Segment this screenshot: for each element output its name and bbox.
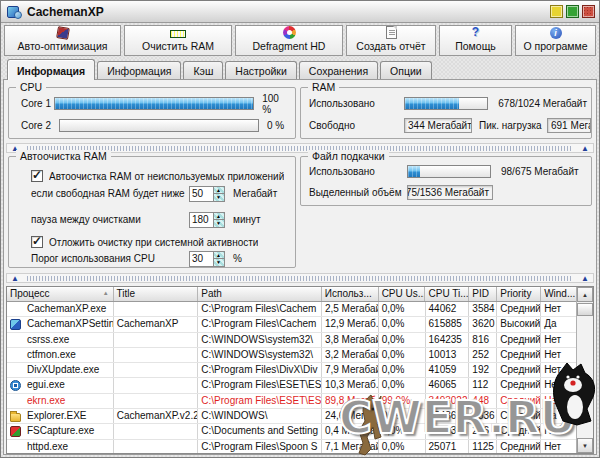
auto-optimize-label: Авто-оптимизация [18, 40, 108, 52]
tab-information-1[interactable]: Информация [7, 59, 95, 80]
cpu-core2-label: Core 2 [21, 120, 59, 131]
cell-process: CachemanXPSettings. [7, 317, 114, 331]
cell-wind: Нет [541, 363, 576, 377]
cell-time: 44062 [426, 302, 470, 316]
maximize-button[interactable] [566, 5, 579, 18]
cell-title [114, 378, 199, 392]
pause-between-cleanups-unit: минут [233, 214, 261, 225]
collapse-arrow-icon[interactable]: ▲ [11, 274, 19, 283]
header-cpu-usage[interactable]: CPU Us... [379, 287, 426, 301]
cell-pid: 3584 [469, 302, 497, 316]
create-report-button[interactable]: Создать отчёт [346, 25, 436, 56]
header-process[interactable]: Процесс▲ [7, 287, 114, 301]
cell-path: C:\Documents and Setting [198, 424, 322, 438]
cpu-core2-value: 0 % [267, 120, 284, 131]
scroll-up-icon[interactable]: ▲ [577, 287, 593, 302]
cell-process: ekrn.exe [7, 394, 114, 408]
cpu-usage-threshold-spinner[interactable]: 30 [189, 251, 225, 267]
header-priority[interactable]: Priority [497, 287, 541, 301]
help-question-icon: ? [472, 25, 479, 39]
cell-process: Explorer.EXE [7, 409, 114, 423]
table-row[interactable]: DivXUpdate.exeC:\Program Files\DivX\Div7… [7, 363, 576, 378]
tab-saves[interactable]: Сохранения [299, 61, 378, 80]
cell-time: 41059 [426, 363, 470, 377]
content-panel: CPU Core 1 100 % Core 2 0 % RAM Использо… [3, 79, 597, 455]
spinner-down-icon[interactable] [214, 258, 224, 266]
tab-information-2[interactable]: Информация [97, 61, 181, 80]
table-row[interactable]: FSCapture.exeC:\Documents and Setting0,4… [7, 424, 576, 439]
header-window[interactable]: Wind... [541, 287, 576, 301]
cpu-groupbox: CPU Core 1 100 % Core 2 0 % [8, 87, 296, 139]
header-title[interactable]: Title [114, 287, 199, 301]
table-row[interactable]: httpd.exeC:\Program Files\Spoon S7,1 Мег… [7, 440, 576, 453]
collapse-arrow-icon[interactable]: ▲ [581, 274, 589, 283]
ram-free-field: 344 Мегабайт [404, 118, 472, 133]
about-button[interactable]: i О программе [515, 25, 596, 56]
cell-wind: Нет [541, 394, 576, 408]
cpu-core2-progressbar [59, 119, 259, 132]
cell-cpu: 0,0% [379, 348, 426, 362]
spinner-down-icon[interactable] [214, 193, 224, 201]
autoclean-checkbox-label: Автоочистка RAM от неиспользуемых прилож… [49, 171, 284, 182]
pagefile-groupbox: Файл подкачки Использовано 98/675 Мегаба… [300, 156, 592, 206]
cell-path: C:\Program Files\ESET\ES [198, 378, 322, 392]
free-ram-threshold-unit: Мегабайт [233, 188, 277, 199]
spinner-down-icon[interactable] [214, 219, 224, 227]
scrollbar-thumb[interactable] [577, 303, 593, 316]
table-row[interactable]: ctfmon.exeC:\WINDOWS\system32\3,2 Мегаба… [7, 348, 576, 363]
app-icon [7, 5, 22, 19]
tab-cache[interactable]: Кэш [183, 61, 223, 80]
close-button[interactable] [582, 5, 595, 18]
cell-title [114, 333, 199, 347]
ram-free-label: Свободно [309, 120, 404, 131]
table-scrollbar[interactable]: ▲ ▼ [576, 287, 593, 453]
cell-time: 10013 [426, 348, 470, 362]
table-row[interactable]: ekrn.exeC:\Program Files\ESET\ES89,8 Мег… [7, 394, 576, 409]
cpu-usage-threshold-unit: % [233, 253, 242, 264]
defragment-icon [283, 26, 296, 39]
header-pid[interactable]: PID [469, 287, 497, 301]
collapse-arrow-icon[interactable]: ▲ [581, 144, 589, 153]
cell-cpu: 0,0% [379, 363, 426, 377]
ram-used-fill [405, 98, 459, 109]
cpu-core1-progressbar [54, 97, 254, 110]
header-cpu-time[interactable]: CPU Ti... [425, 287, 469, 301]
cell-title [114, 363, 199, 377]
auto-optimize-button[interactable]: Авто-оптимизация [4, 25, 121, 56]
cell-wind: Нет [541, 424, 576, 438]
minimize-button[interactable] [550, 5, 563, 18]
cell-time: 31703 [426, 424, 470, 438]
horizontal-splitter-bottom[interactable]: ▲ ▲ [6, 273, 594, 283]
tab-options[interactable]: Опции [380, 61, 432, 80]
clear-ram-button[interactable]: Очистить RAM [124, 25, 232, 56]
autoclean-checkbox[interactable] [31, 170, 43, 182]
pagefile-legend: Файл подкачки [308, 150, 389, 162]
cell-path: C:\WINDOWS\system32\ [198, 348, 322, 362]
table-row[interactable]: CachemanXPSettings.CachemanXPC:\Program … [7, 317, 576, 332]
cell-process: ctfmon.exe [7, 348, 114, 362]
defragment-hd-button[interactable]: Defragment HD [235, 25, 343, 56]
cell-path: C:\Program Files\ESET\ES [198, 394, 322, 408]
header-path[interactable]: Path [198, 287, 322, 301]
pause-between-cleanups-spinner[interactable]: 180 [189, 212, 225, 228]
table-row[interactable]: CachemanXP.exeC:\Program Files\Cachem2,5… [7, 302, 576, 317]
ram-peak-field: 691 Мегабайт [547, 118, 591, 133]
header-memory[interactable]: Использ... [322, 287, 379, 301]
tab-settings[interactable]: Настройки [225, 61, 297, 80]
free-ram-threshold-spinner[interactable]: 50 [189, 186, 225, 202]
cell-pid: 1125 [469, 440, 497, 453]
cell-time: 254365 [426, 409, 470, 423]
process-table-header: Процесс▲ Title Path Использ... CPU Us...… [7, 287, 576, 302]
table-row[interactable]: csrss.exeC:\WINDOWS\system32\3,8 Мегабай… [7, 333, 576, 348]
cell-mem: 0,4 Мегабайт [322, 424, 379, 438]
cell-wind: Нет [541, 302, 576, 316]
cell-mem: 3,2 Мегабайт [322, 348, 379, 362]
pagefile-alloc-field: 675/1536 Мегабайт [407, 185, 493, 200]
table-row[interactable]: Explorer.EXECachemanXP.v2.20C:\WINDOWS\2… [7, 409, 576, 424]
postpone-cleanup-checkbox[interactable] [31, 236, 43, 248]
table-row[interactable]: egui.exeC:\Program Files\ESET\ES10,3 Мег… [7, 378, 576, 393]
scroll-down-icon[interactable]: ▼ [577, 438, 593, 453]
cell-title [114, 440, 199, 453]
postpone-cleanup-label: Отложить очистку при системной активност… [49, 237, 258, 248]
help-button[interactable]: ? Помощь [439, 25, 512, 56]
